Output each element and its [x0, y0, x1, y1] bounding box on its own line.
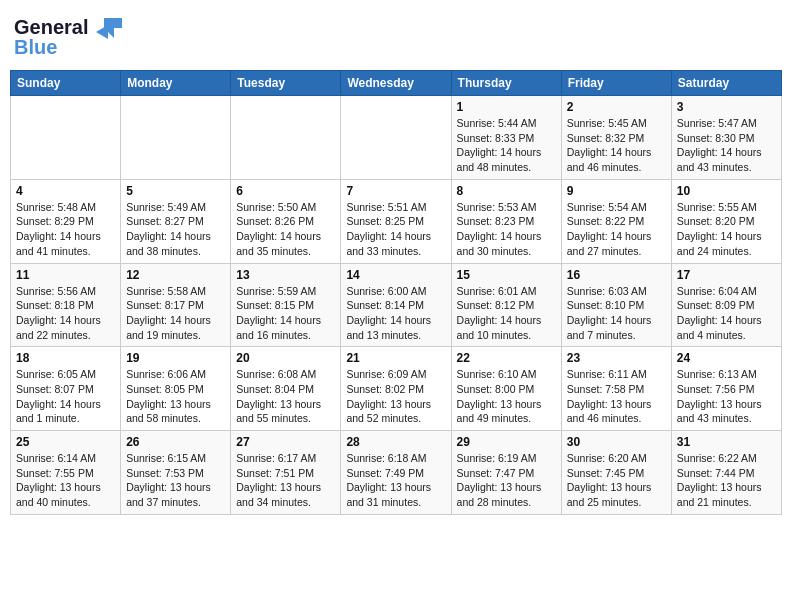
day-info: Sunrise: 6:17 AM Sunset: 7:51 PM Dayligh… [236, 451, 335, 510]
day-cell-14: 14Sunrise: 6:00 AM Sunset: 8:14 PM Dayli… [341, 263, 451, 347]
day-number: 6 [236, 184, 335, 198]
day-cell-25: 25Sunrise: 6:14 AM Sunset: 7:55 PM Dayli… [11, 431, 121, 515]
week-row-5: 25Sunrise: 6:14 AM Sunset: 7:55 PM Dayli… [11, 431, 782, 515]
day-number: 26 [126, 435, 225, 449]
day-number: 10 [677, 184, 776, 198]
day-number: 4 [16, 184, 115, 198]
day-number: 5 [126, 184, 225, 198]
day-cell-17: 17Sunrise: 6:04 AM Sunset: 8:09 PM Dayli… [671, 263, 781, 347]
empty-cell [231, 96, 341, 180]
day-info: Sunrise: 6:15 AM Sunset: 7:53 PM Dayligh… [126, 451, 225, 510]
day-cell-16: 16Sunrise: 6:03 AM Sunset: 8:10 PM Dayli… [561, 263, 671, 347]
day-info: Sunrise: 6:11 AM Sunset: 7:58 PM Dayligh… [567, 367, 666, 426]
week-row-3: 11Sunrise: 5:56 AM Sunset: 8:18 PM Dayli… [11, 263, 782, 347]
day-info: Sunrise: 5:50 AM Sunset: 8:26 PM Dayligh… [236, 200, 335, 259]
day-number: 15 [457, 268, 556, 282]
day-cell-18: 18Sunrise: 6:05 AM Sunset: 8:07 PM Dayli… [11, 347, 121, 431]
day-info: Sunrise: 6:14 AM Sunset: 7:55 PM Dayligh… [16, 451, 115, 510]
day-cell-5: 5Sunrise: 5:49 AM Sunset: 8:27 PM Daylig… [121, 179, 231, 263]
day-number: 18 [16, 351, 115, 365]
day-info: Sunrise: 6:08 AM Sunset: 8:04 PM Dayligh… [236, 367, 335, 426]
day-cell-12: 12Sunrise: 5:58 AM Sunset: 8:17 PM Dayli… [121, 263, 231, 347]
day-info: Sunrise: 5:58 AM Sunset: 8:17 PM Dayligh… [126, 284, 225, 343]
day-number: 20 [236, 351, 335, 365]
weekday-header-wednesday: Wednesday [341, 71, 451, 96]
day-info: Sunrise: 5:54 AM Sunset: 8:22 PM Dayligh… [567, 200, 666, 259]
day-number: 8 [457, 184, 556, 198]
day-cell-27: 27Sunrise: 6:17 AM Sunset: 7:51 PM Dayli… [231, 431, 341, 515]
day-number: 13 [236, 268, 335, 282]
day-info: Sunrise: 5:49 AM Sunset: 8:27 PM Dayligh… [126, 200, 225, 259]
day-info: Sunrise: 5:45 AM Sunset: 8:32 PM Dayligh… [567, 116, 666, 175]
day-cell-15: 15Sunrise: 6:01 AM Sunset: 8:12 PM Dayli… [451, 263, 561, 347]
day-cell-23: 23Sunrise: 6:11 AM Sunset: 7:58 PM Dayli… [561, 347, 671, 431]
day-number: 9 [567, 184, 666, 198]
day-cell-6: 6Sunrise: 5:50 AM Sunset: 8:26 PM Daylig… [231, 179, 341, 263]
day-cell-28: 28Sunrise: 6:18 AM Sunset: 7:49 PM Dayli… [341, 431, 451, 515]
day-cell-31: 31Sunrise: 6:22 AM Sunset: 7:44 PM Dayli… [671, 431, 781, 515]
week-row-1: 1Sunrise: 5:44 AM Sunset: 8:33 PM Daylig… [11, 96, 782, 180]
day-info: Sunrise: 5:53 AM Sunset: 8:23 PM Dayligh… [457, 200, 556, 259]
day-cell-29: 29Sunrise: 6:19 AM Sunset: 7:47 PM Dayli… [451, 431, 561, 515]
day-info: Sunrise: 6:00 AM Sunset: 8:14 PM Dayligh… [346, 284, 445, 343]
day-info: Sunrise: 6:03 AM Sunset: 8:10 PM Dayligh… [567, 284, 666, 343]
day-info: Sunrise: 5:44 AM Sunset: 8:33 PM Dayligh… [457, 116, 556, 175]
logo: General Blue [14, 10, 124, 62]
day-cell-19: 19Sunrise: 6:06 AM Sunset: 8:05 PM Dayli… [121, 347, 231, 431]
weekday-header-saturday: Saturday [671, 71, 781, 96]
day-cell-4: 4Sunrise: 5:48 AM Sunset: 8:29 PM Daylig… [11, 179, 121, 263]
day-cell-7: 7Sunrise: 5:51 AM Sunset: 8:25 PM Daylig… [341, 179, 451, 263]
page-header: General Blue [10, 10, 782, 62]
logo-full: General Blue [14, 10, 124, 58]
calendar-table: SundayMondayTuesdayWednesdayThursdayFrid… [10, 70, 782, 515]
weekday-header-monday: Monday [121, 71, 231, 96]
day-number: 27 [236, 435, 335, 449]
empty-cell [11, 96, 121, 180]
day-number: 29 [457, 435, 556, 449]
empty-cell [341, 96, 451, 180]
day-number: 21 [346, 351, 445, 365]
day-cell-26: 26Sunrise: 6:15 AM Sunset: 7:53 PM Dayli… [121, 431, 231, 515]
weekday-header-sunday: Sunday [11, 71, 121, 96]
empty-cell [121, 96, 231, 180]
day-cell-11: 11Sunrise: 5:56 AM Sunset: 8:18 PM Dayli… [11, 263, 121, 347]
week-row-2: 4Sunrise: 5:48 AM Sunset: 8:29 PM Daylig… [11, 179, 782, 263]
day-info: Sunrise: 6:06 AM Sunset: 8:05 PM Dayligh… [126, 367, 225, 426]
day-info: Sunrise: 5:55 AM Sunset: 8:20 PM Dayligh… [677, 200, 776, 259]
day-info: Sunrise: 5:51 AM Sunset: 8:25 PM Dayligh… [346, 200, 445, 259]
day-info: Sunrise: 6:22 AM Sunset: 7:44 PM Dayligh… [677, 451, 776, 510]
svg-marker-4 [96, 25, 108, 39]
day-number: 3 [677, 100, 776, 114]
day-number: 12 [126, 268, 225, 282]
day-number: 30 [567, 435, 666, 449]
day-info: Sunrise: 6:13 AM Sunset: 7:56 PM Dayligh… [677, 367, 776, 426]
day-number: 28 [346, 435, 445, 449]
day-number: 17 [677, 268, 776, 282]
day-number: 22 [457, 351, 556, 365]
day-cell-30: 30Sunrise: 6:20 AM Sunset: 7:45 PM Dayli… [561, 431, 671, 515]
day-cell-1: 1Sunrise: 5:44 AM Sunset: 8:33 PM Daylig… [451, 96, 561, 180]
svg-text:General: General [14, 16, 88, 38]
day-info: Sunrise: 6:20 AM Sunset: 7:45 PM Dayligh… [567, 451, 666, 510]
weekday-header-tuesday: Tuesday [231, 71, 341, 96]
day-cell-9: 9Sunrise: 5:54 AM Sunset: 8:22 PM Daylig… [561, 179, 671, 263]
day-info: Sunrise: 6:04 AM Sunset: 8:09 PM Dayligh… [677, 284, 776, 343]
weekday-header-thursday: Thursday [451, 71, 561, 96]
day-info: Sunrise: 5:59 AM Sunset: 8:15 PM Dayligh… [236, 284, 335, 343]
day-info: Sunrise: 6:19 AM Sunset: 7:47 PM Dayligh… [457, 451, 556, 510]
day-number: 25 [16, 435, 115, 449]
day-number: 31 [677, 435, 776, 449]
day-number: 14 [346, 268, 445, 282]
day-info: Sunrise: 6:18 AM Sunset: 7:49 PM Dayligh… [346, 451, 445, 510]
day-info: Sunrise: 5:56 AM Sunset: 8:18 PM Dayligh… [16, 284, 115, 343]
day-cell-24: 24Sunrise: 6:13 AM Sunset: 7:56 PM Dayli… [671, 347, 781, 431]
day-number: 7 [346, 184, 445, 198]
day-cell-8: 8Sunrise: 5:53 AM Sunset: 8:23 PM Daylig… [451, 179, 561, 263]
week-row-4: 18Sunrise: 6:05 AM Sunset: 8:07 PM Dayli… [11, 347, 782, 431]
day-info: Sunrise: 6:01 AM Sunset: 8:12 PM Dayligh… [457, 284, 556, 343]
day-number: 11 [16, 268, 115, 282]
svg-text:Blue: Blue [14, 36, 57, 58]
day-info: Sunrise: 6:10 AM Sunset: 8:00 PM Dayligh… [457, 367, 556, 426]
day-cell-13: 13Sunrise: 5:59 AM Sunset: 8:15 PM Dayli… [231, 263, 341, 347]
day-number: 1 [457, 100, 556, 114]
